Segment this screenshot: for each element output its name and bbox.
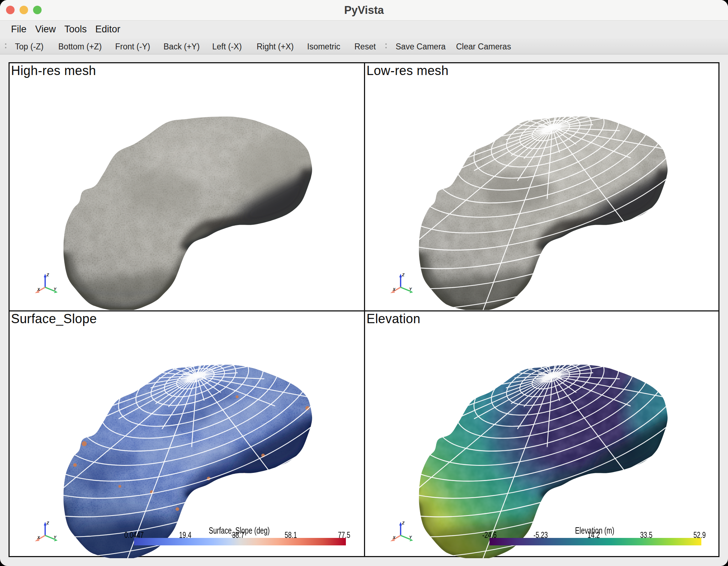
svg-text:Y: Y [54, 287, 57, 291]
svg-text:Z: Z [402, 273, 405, 277]
svg-text:X: X [37, 287, 40, 292]
svg-text:Z: Z [46, 521, 49, 525]
svg-text:Z: Z [46, 273, 49, 277]
svg-text:Y: Y [409, 287, 412, 291]
svg-text:Z: Z [402, 521, 405, 525]
svg-text:X: X [392, 287, 396, 292]
